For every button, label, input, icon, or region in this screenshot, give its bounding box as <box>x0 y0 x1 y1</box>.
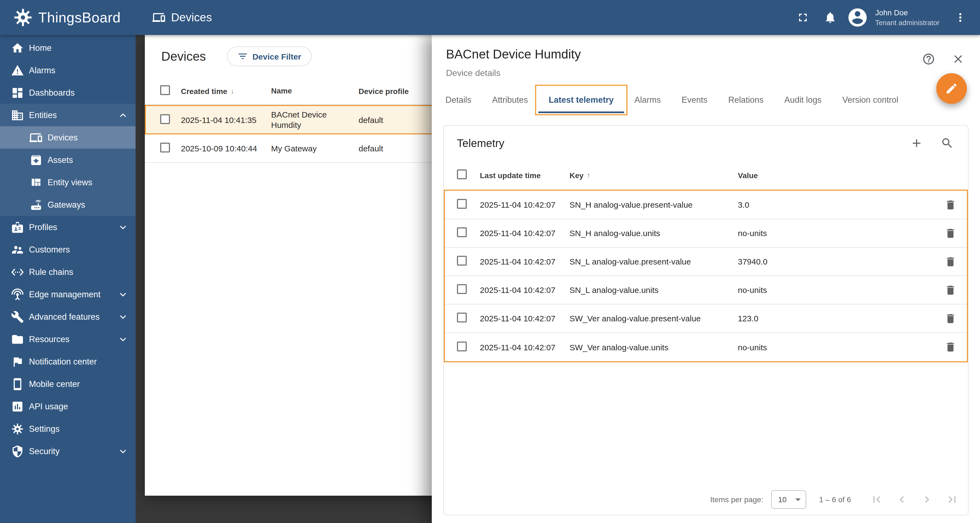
sidebar-item-resources[interactable]: Resources <box>0 328 135 350</box>
chevron-left-icon <box>895 493 908 506</box>
items-per-page-select[interactable]: 10 <box>771 490 806 509</box>
user-name: John Doe <box>875 8 940 17</box>
sidebar-item-gateways[interactable]: Gateways <box>0 194 135 216</box>
row-checkbox[interactable] <box>457 256 467 265</box>
help-icon <box>922 52 935 65</box>
mobile-center-icon <box>11 377 24 391</box>
row-checkbox[interactable] <box>457 227 467 237</box>
telemetry-value: 123.0 <box>738 314 934 323</box>
last-page-button[interactable] <box>940 487 965 512</box>
column-name[interactable]: Name <box>271 86 358 96</box>
dashboards-icon <box>11 86 24 99</box>
close-button[interactable] <box>950 51 966 67</box>
telemetry-table-header: Last update time Key ↑ Value <box>444 161 968 190</box>
telemetry-value: no-units <box>738 285 934 294</box>
row-checkbox[interactable] <box>457 199 467 209</box>
delete-telemetry-button[interactable] <box>945 256 956 267</box>
sidebar-item-home[interactable]: Home <box>0 37 135 59</box>
tab-events[interactable]: Events <box>671 87 718 113</box>
details-title: BACnet Device Humdity <box>446 47 966 62</box>
notifications-button[interactable] <box>818 5 842 30</box>
telemetry-row[interactable]: 2025-11-04 10:42:07 SN_H analog-value.pr… <box>445 191 967 219</box>
sidebar-item-entity-views[interactable]: Entity views <box>0 171 135 194</box>
rule-chains-icon <box>11 265 24 278</box>
sidebar-item-devices[interactable]: Devices <box>0 126 135 149</box>
device-details-panel: BACnet Device Humdity Device details Det… <box>432 35 980 523</box>
delete-telemetry-button[interactable] <box>945 199 956 211</box>
tab-version-control[interactable]: Version control <box>832 87 909 113</box>
delete-telemetry-button[interactable] <box>945 341 956 353</box>
device-filter-button[interactable]: Device Filter <box>227 46 312 66</box>
first-page-icon <box>870 493 883 506</box>
column-last-update-time[interactable]: Last update time <box>480 171 570 180</box>
sidebar-item-customers[interactable]: Customers <box>0 238 135 261</box>
column-value[interactable]: Value <box>738 171 935 180</box>
sidebar-item-dashboards[interactable]: Dashboards <box>0 81 135 104</box>
row-checkbox[interactable] <box>457 313 467 323</box>
sidebar-item-entities[interactable]: Entities <box>0 104 135 126</box>
telemetry-row[interactable]: 2025-11-04 10:42:07 SN_L analog-value.un… <box>445 276 967 304</box>
telemetry-value: 37940.0 <box>738 257 934 266</box>
tab-details[interactable]: Details <box>435 87 482 113</box>
row-checkbox[interactable] <box>457 284 467 294</box>
row-checkbox[interactable] <box>457 341 467 351</box>
sidebar-item-security[interactable]: Security <box>0 440 135 463</box>
telemetry-row[interactable]: 2025-11-04 10:42:07 SN_L analog-value.pr… <box>445 248 967 276</box>
devices-icon <box>30 131 43 144</box>
tab-latest-telemetry[interactable]: Latest telemetry <box>538 87 624 113</box>
chevron-down-icon <box>117 445 129 457</box>
plus-icon <box>910 137 923 150</box>
edge-management-icon <box>11 288 24 301</box>
delete-telemetry-button[interactable] <box>945 284 956 296</box>
select-all-checkbox[interactable] <box>160 85 170 95</box>
content-area: Devices Device Filter Created time ↓ Nam… <box>135 35 980 523</box>
sidebar-item-api-usage[interactable]: API usage <box>0 395 135 418</box>
trash-icon <box>945 284 956 296</box>
tab-audit-logs[interactable]: Audit logs <box>774 87 832 113</box>
telemetry-row[interactable]: 2025-11-04 10:42:07 SN_H analog-value.un… <box>445 219 967 248</box>
api-usage-icon <box>11 400 24 413</box>
previous-page-button[interactable] <box>889 487 915 512</box>
add-telemetry-button[interactable] <box>909 135 924 151</box>
more-menu-button[interactable] <box>948 5 972 30</box>
top-bar: ThingsBoard Devices John Doe Tenant admi… <box>0 0 980 35</box>
sidebar-item-advanced-features[interactable]: Advanced features <box>0 305 135 328</box>
user-role: Tenant administrator <box>875 19 940 27</box>
tab-attributes[interactable]: Attributes <box>482 87 538 113</box>
edit-device-button[interactable] <box>936 73 967 104</box>
sidebar-item-mobile-center[interactable]: Mobile center <box>0 373 135 395</box>
sidebar-label: Rule chains <box>29 267 73 277</box>
chevron-right-icon <box>920 493 934 506</box>
telemetry-row[interactable]: 2025-11-04 10:42:07 SW_Ver analog-value.… <box>445 304 967 333</box>
first-page-button[interactable] <box>864 487 889 512</box>
select-all-checkbox[interactable] <box>457 169 467 179</box>
delete-telemetry-button[interactable] <box>945 312 956 324</box>
row-checkbox[interactable] <box>160 143 170 153</box>
row-checkbox[interactable] <box>160 114 170 124</box>
tab-alarms[interactable]: Alarms <box>624 87 671 113</box>
help-button[interactable] <box>921 51 936 67</box>
chevron-down-icon <box>117 288 129 300</box>
column-created-time[interactable]: Created time ↓ <box>181 87 271 95</box>
tab-relations[interactable]: Relations <box>718 87 774 113</box>
sidebar-item-rule-chains[interactable]: Rule chains <box>0 261 135 283</box>
fullscreen-button[interactable] <box>791 5 815 30</box>
column-key[interactable]: Key ↑ <box>570 171 738 180</box>
sidebar-item-edge-management[interactable]: Edge management <box>0 283 135 305</box>
user-avatar[interactable] <box>846 5 870 30</box>
sidebar-item-assets[interactable]: Assets <box>0 149 135 171</box>
sidebar-item-settings[interactable]: Settings <box>0 418 135 440</box>
delete-telemetry-button[interactable] <box>945 227 956 239</box>
sidebar-item-notification-center[interactable]: Notification center <box>0 350 135 373</box>
sidebar-label: Entity views <box>48 177 92 187</box>
telemetry-time: 2025-11-04 10:42:07 <box>480 257 570 266</box>
details-subtitle: Device details <box>446 68 966 78</box>
search-telemetry-button[interactable] <box>940 135 955 151</box>
details-tabs: Details Attributes Latest telemetry Alar… <box>432 87 980 113</box>
sidebar-item-profiles[interactable]: Profiles <box>0 216 135 238</box>
telemetry-card: Telemetry Last update time Key <box>443 125 969 515</box>
next-page-button[interactable] <box>915 487 940 512</box>
telemetry-row[interactable]: 2025-11-04 10:42:07 SW_Ver analog-value.… <box>445 333 967 361</box>
customers-icon <box>11 243 24 256</box>
sidebar-item-alarms[interactable]: Alarms <box>0 59 135 81</box>
